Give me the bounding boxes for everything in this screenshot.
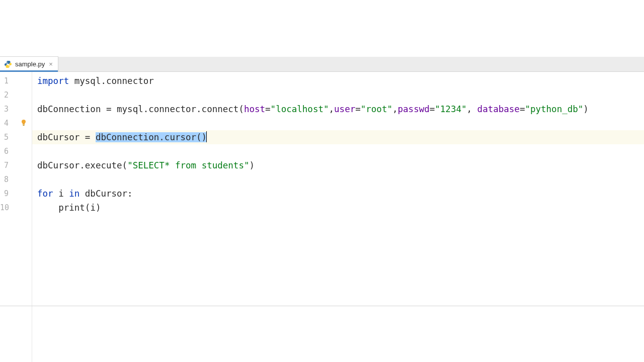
code-text: , — [329, 104, 335, 114]
tab-label: sample.py — [15, 60, 45, 68]
code-text: ) — [249, 160, 255, 170]
string-literal: "root" — [361, 104, 392, 114]
code-text: dbCursor: — [79, 189, 132, 199]
string-literal: "1234" — [435, 104, 466, 114]
code-text: , — [467, 104, 477, 114]
code-text: dbCursor.execute( — [37, 160, 127, 170]
code-text: i — [53, 189, 69, 199]
param-database: database — [477, 104, 520, 114]
code-line[interactable]: for i in dbCursor: — [32, 187, 644, 201]
code-text: = — [430, 104, 435, 114]
code-text: ) — [583, 104, 589, 114]
code-line[interactable] — [32, 172, 644, 187]
string-literal: "python_db" — [525, 104, 583, 114]
code-text: (i) — [85, 203, 101, 213]
svg-rect-3 — [23, 125, 25, 126]
code-text: = — [265, 104, 271, 114]
close-tab-icon[interactable]: × — [49, 61, 53, 67]
line-number: 2 — [0, 88, 32, 102]
svg-rect-2 — [23, 125, 25, 125]
python-file-icon — [4, 60, 12, 68]
code-text: = — [520, 104, 525, 114]
code-line[interactable]: dbCursor.execute("SELECT* from students"… — [32, 158, 644, 172]
code-line[interactable] — [32, 116, 644, 130]
code-area[interactable]: import mysql.connector dbConnection = my… — [32, 72, 644, 362]
code-text: = — [355, 104, 361, 114]
param-user: user — [334, 104, 355, 114]
svg-point-0 — [7, 61, 7, 61]
intention-bulb-icon[interactable] — [19, 118, 28, 127]
line-number: 10 — [0, 201, 32, 215]
top-blank-area — [0, 0, 644, 57]
line-number: 1 — [0, 74, 32, 88]
code-text: , — [392, 104, 398, 114]
code-text — [37, 203, 58, 213]
code-line-current[interactable]: dbCursor = dbConnection.cursor() — [32, 130, 644, 144]
code-line[interactable] — [32, 144, 644, 158]
svg-point-1 — [9, 66, 9, 67]
line-number: 7 — [0, 158, 32, 172]
caret-icon — [206, 131, 207, 142]
keyword-in: in — [69, 189, 79, 199]
file-tab-sample-py[interactable]: sample.py × — [0, 56, 58, 71]
line-number: 6 — [0, 144, 32, 158]
code-text: print — [58, 203, 85, 213]
param-passwd: passwd — [398, 104, 430, 114]
string-literal: "SELECT* from students" — [127, 160, 249, 170]
string-literal: "localhost" — [271, 104, 329, 114]
selected-text: dbConnection.cursor() — [96, 132, 207, 142]
line-number: 9 — [0, 187, 32, 201]
code-line[interactable] — [32, 88, 644, 102]
code-text: dbCursor = — [37, 132, 96, 142]
code-line[interactable]: print(i) — [32, 201, 644, 215]
code-editor[interactable]: 1 2 3 4 5 6 7 8 9 10 import mysql.connec… — [0, 72, 644, 362]
divider — [0, 306, 644, 306]
keyword-for: for — [37, 189, 53, 199]
code-text: mysql.connector — [69, 76, 154, 86]
code-line[interactable]: import mysql.connector — [32, 74, 644, 88]
line-number: 3 — [0, 102, 32, 116]
param-host: host — [244, 104, 265, 114]
code-line[interactable]: dbConnection = mysql.connector.connect(h… — [32, 102, 644, 116]
code-text: dbConnection = mysql.connector.connect( — [37, 104, 244, 114]
line-number: 8 — [0, 172, 32, 187]
line-number: 5 — [0, 130, 32, 144]
editor-tab-bar: sample.py × — [0, 57, 644, 72]
keyword-import: import — [37, 76, 69, 86]
gutter: 1 2 3 4 5 6 7 8 9 10 — [0, 72, 32, 362]
